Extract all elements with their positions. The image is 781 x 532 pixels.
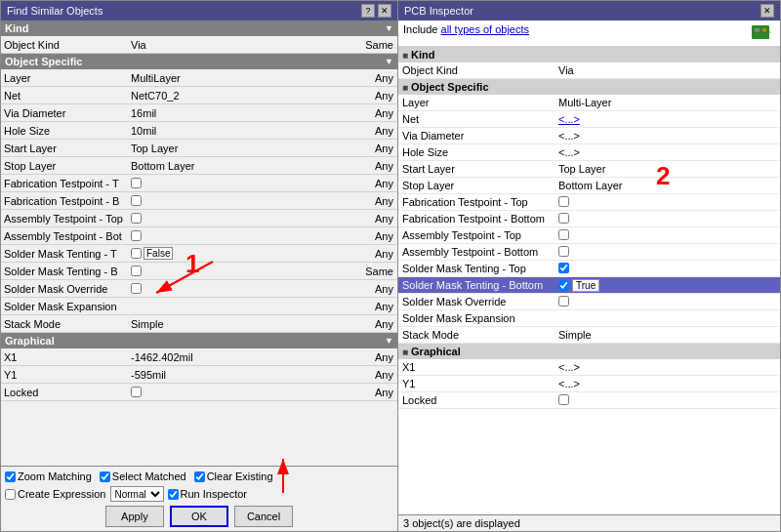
close-button[interactable]: ✕ [378, 4, 391, 18]
kind-section-header: Kind ▼ [1, 20, 397, 36]
solder-mask-tenting-bottom-row: Solder Mask Tenting - Bottom True [398, 277, 780, 294]
fab-test-t-checkbox[interactable] [131, 178, 142, 188]
cancel-button[interactable]: Cancel [234, 506, 293, 527]
all-types-link[interactable]: all types of objects [441, 23, 530, 35]
svg-point-2 [762, 28, 766, 32]
right-title-bar: PCB Inspector ✕ [398, 1, 780, 20]
asm-test-bot-checkbox[interactable] [131, 230, 142, 241]
table-row: Stack Mode Simple Any [1, 315, 397, 333]
right-title-buttons: ✕ [760, 4, 774, 18]
insp-row: Assembly Testpoint - Bottom [398, 244, 780, 261]
table-row: Object Kind Via Same [1, 36, 397, 54]
insp-smt-bot-cb[interactable] [558, 280, 569, 291]
zoom-matching-checkbox[interactable] [5, 471, 16, 482]
insp-kind-header[interactable]: ■ Kind [398, 47, 780, 62]
obj-specific-expand[interactable]: ▼ [385, 57, 393, 66]
graphical-expand[interactable]: ▼ [385, 336, 393, 346]
insp-row: Object Kind Via [398, 62, 780, 79]
insp-row: Net <...> [398, 111, 780, 128]
insp-fab-bot-cb[interactable] [558, 213, 569, 224]
insp-row: Start Layer Top Layer [398, 161, 780, 178]
create-expression-checkbox[interactable] [5, 489, 16, 500]
insp-smo-cb[interactable] [558, 296, 569, 307]
kind-minus-icon: ■ [402, 50, 408, 61]
select-matched-label[interactable]: Select Matched [100, 471, 186, 482]
object-kind-label: Object Kind [1, 38, 128, 52]
solder-mask-t-checkbox[interactable] [131, 248, 142, 259]
table-row: Hole Size 10mil Any [1, 122, 397, 140]
select-matched-checkbox[interactable] [100, 471, 110, 482]
apply-button[interactable]: Apply [105, 506, 164, 527]
table-row: Assembly Testpoint - Top Any [1, 210, 397, 227]
normal-select[interactable]: Normal [110, 486, 164, 502]
table-row: Solder Mask Override Any [1, 280, 397, 298]
zoom-matching-label[interactable]: Zoom Matching [5, 471, 92, 482]
insp-row: Layer Multi-Layer [398, 95, 780, 111]
second-checkboxes-row: Create Expression Normal Run Inspector [5, 486, 393, 502]
table-row: Via Diameter 16mil Any [1, 104, 397, 122]
clear-existing-label[interactable]: Clear Existing [194, 471, 273, 482]
table-row: Y1 -595mil Any [1, 366, 397, 384]
find-similar-objects-panel: Find Similar Objects ? ✕ Kind ▼ Object K… [0, 0, 398, 532]
bottom-controls: Zoom Matching Select Matched Clear Exist… [1, 466, 397, 531]
title-bar-buttons: ? ✕ [361, 4, 391, 18]
insp-obj-specific-header[interactable]: ■ Object Specific [398, 79, 780, 95]
create-expression-label[interactable]: Create Expression [5, 488, 106, 500]
false-badge: False [144, 247, 173, 260]
solder-mask-override-checkbox[interactable] [131, 283, 142, 294]
solder-mask-b-checkbox[interactable] [131, 266, 142, 276]
object-kind-value: Via [128, 38, 349, 52]
pcb-inspector-panel: PCB Inspector ✕ Include all types of obj… [398, 0, 781, 532]
left-panel-content: Kind ▼ Object Kind Via Same Object Speci… [1, 20, 397, 466]
table-row: Net NetC70_2 Any [1, 87, 397, 104]
buttons-row: Apply OK Cancel [5, 506, 393, 527]
help-button[interactable]: ? [361, 4, 375, 18]
right-panel-title: PCB Inspector [404, 5, 473, 17]
insp-row: Y1 <...> [398, 376, 780, 392]
table-row: Fabrication Testpoint - B Any [1, 192, 397, 210]
insp-locked-cb[interactable] [558, 394, 569, 405]
insp-smt-top-cb[interactable] [558, 263, 569, 273]
clear-existing-checkbox[interactable] [194, 471, 205, 482]
table-row: Solder Mask Expansion Any [1, 298, 397, 315]
asm-test-top-checkbox[interactable] [131, 213, 142, 224]
inspector-content: ■ Kind Object Kind Via ■ Object Specific… [398, 47, 780, 514]
run-inspector-label[interactable]: Run Inspector [168, 488, 247, 500]
kind-expand-icon[interactable]: ▼ [385, 23, 393, 33]
object-kind-match: Same [349, 38, 397, 52]
left-title-bar: Find Similar Objects ? ✕ [1, 1, 397, 20]
obj-specific-minus: ■ [402, 82, 408, 93]
insp-asm-bot-cb[interactable] [558, 246, 569, 257]
object-specific-header: Object Specific ▼ [1, 54, 397, 69]
insp-row: Solder Mask Expansion [398, 310, 780, 327]
fab-test-b-checkbox[interactable] [131, 195, 142, 206]
table-row: X1 -1462.402mil Any [1, 348, 397, 366]
inspector-header: Include all types of objects [398, 20, 780, 47]
insp-row: Via Diameter <...> [398, 128, 780, 144]
insp-asm-top-cb[interactable] [558, 229, 569, 240]
solder-mask-tenting-t-row: Solder Mask Tenting - T False Any [1, 245, 397, 263]
graphical-section-header: Graphical ▼ [1, 333, 397, 348]
insp-fab-top-cb[interactable] [558, 196, 569, 207]
insp-row: Fabrication Testpoint - Top [398, 194, 780, 211]
status-bar: 3 object(s) are displayed [398, 514, 780, 531]
insp-row: X1 <...> [398, 359, 780, 376]
insp-row: Stop Layer Bottom Layer [398, 178, 780, 194]
table-row: Locked Any [1, 384, 397, 401]
table-row: Layer MultiLayer Any [1, 69, 397, 87]
svg-rect-1 [755, 28, 760, 32]
run-inspector-checkbox[interactable] [168, 489, 179, 500]
insp-row: Assembly Testpoint - Top [398, 227, 780, 244]
insp-row: Solder Mask Tenting - Top [398, 261, 780, 277]
net-link[interactable]: <...> [558, 113, 580, 125]
graphical-minus: ■ [402, 347, 408, 357]
locked-checkbox[interactable] [131, 387, 142, 397]
insp-row: Fabrication Testpoint - Bottom [398, 211, 780, 227]
insp-graphical-header[interactable]: ■ Graphical [398, 344, 780, 359]
checkboxes-row: Zoom Matching Select Matched Clear Exist… [5, 471, 393, 482]
ok-button[interactable]: OK [170, 506, 228, 527]
table-row: Assembly Testpoint - Bot Any [1, 227, 397, 245]
true-badge: True [572, 279, 599, 292]
right-close-button[interactable]: ✕ [760, 4, 774, 18]
solder-mask-tenting-b-row: Solder Mask Tenting - B Same [1, 263, 397, 280]
